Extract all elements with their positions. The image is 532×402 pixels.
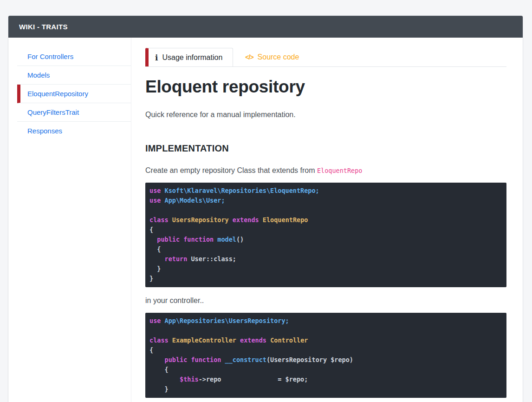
sidebar-nav: For ControllersModelsEloquentRepositoryQ… bbox=[8, 38, 131, 402]
code-line: { bbox=[149, 365, 501, 375]
code-token bbox=[149, 236, 157, 243]
card-header: WIKI - TRAITS bbox=[8, 16, 523, 38]
card-body: For ControllersModelsEloquentRepositoryQ… bbox=[8, 38, 523, 402]
code-token: } bbox=[149, 265, 161, 272]
code-line bbox=[149, 205, 501, 215]
sidebar-item-for-controllers[interactable]: For Controllers bbox=[17, 47, 131, 66]
code-token: ->repo = $repo; bbox=[199, 376, 308, 383]
code-line: class ExampleController extends Controll… bbox=[149, 336, 501, 345]
intro-text: Create an empty repository Class that ex… bbox=[145, 166, 317, 174]
code-token: use bbox=[149, 317, 165, 324]
code-line bbox=[149, 326, 501, 336]
tab-usage-label: Usage information bbox=[162, 53, 222, 62]
code-token: UsersRepository bbox=[172, 216, 233, 224]
tab-nav: i Usage information </> Source code bbox=[145, 48, 506, 67]
page-subtitle: Quick reference for a manual implementat… bbox=[145, 111, 506, 119]
code-token: (UsersRepository $repo) bbox=[266, 356, 353, 363]
tab-usage-information[interactable]: i Usage information bbox=[145, 48, 233, 66]
code-line: } bbox=[149, 274, 501, 283]
code-token: public function bbox=[157, 236, 217, 243]
sidebar-item-models[interactable]: Models bbox=[17, 66, 131, 85]
code-line: use App\Repositories\UsersRepository; bbox=[149, 316, 501, 326]
code-token: { bbox=[149, 226, 153, 233]
code-token: { bbox=[149, 245, 161, 253]
page-title: Eloquent repository bbox=[145, 77, 506, 97]
code-token: return bbox=[165, 255, 191, 263]
code-token: } bbox=[149, 385, 169, 393]
code-token: use bbox=[149, 197, 165, 204]
code-token: ExampleController bbox=[172, 336, 240, 344]
code-token: __construct bbox=[225, 356, 266, 363]
sidebar-item-eloquentrepository[interactable]: EloquentRepository bbox=[17, 85, 131, 103]
code-line: { bbox=[149, 244, 501, 254]
code-token: { bbox=[149, 366, 169, 373]
code-token: { bbox=[149, 346, 153, 354]
code-line: } bbox=[149, 264, 501, 274]
code-token bbox=[149, 356, 165, 363]
controller-paragraph: in your controller.. bbox=[145, 297, 506, 305]
code-line: } bbox=[149, 384, 501, 394]
code-token: Ksoft\Klaravel\Repositories\EloquentRepo… bbox=[165, 187, 319, 194]
section-heading-implementation: IMPLEMENTATION bbox=[145, 143, 506, 154]
code-token: public function bbox=[165, 356, 225, 363]
inline-code-eloquentrepo: EloquentRepo bbox=[317, 167, 363, 174]
code-token: extends bbox=[233, 216, 263, 224]
code-line: { bbox=[149, 345, 501, 355]
code-block-controller: use App\Repositories\UsersRepository; cl… bbox=[145, 313, 506, 398]
code-token: } bbox=[149, 275, 153, 282]
code-token: App\Repositories\UsersRepository; bbox=[165, 317, 289, 324]
code-line: use App\Models\User; bbox=[149, 196, 501, 205]
main-content: i Usage information </> Source code Eloq… bbox=[131, 38, 523, 402]
code-token: EloquentRepo bbox=[263, 216, 308, 224]
tab-source-code[interactable]: </> Source code bbox=[233, 48, 311, 66]
code-block-repository-class: use Ksoft\Klaravel\Repositories\Eloquent… bbox=[145, 183, 506, 287]
code-line: { bbox=[149, 225, 501, 235]
wiki-card: WIKI - TRAITS For ControllersModelsEloqu… bbox=[8, 15, 523, 402]
code-token: $this bbox=[180, 376, 199, 383]
code-line: $this->repo = $repo; bbox=[149, 375, 501, 384]
code-line: public function __construct(UsersReposit… bbox=[149, 355, 501, 365]
code-token: model bbox=[217, 236, 236, 243]
code-line: class UsersRepository extends EloquentRe… bbox=[149, 215, 501, 225]
info-icon: i bbox=[155, 53, 158, 62]
sidebar-item-queryfilterstrait[interactable]: QueryFiltersTrait bbox=[17, 103, 131, 122]
code-token bbox=[149, 376, 180, 383]
code-token: Controller bbox=[270, 336, 308, 344]
code-line: return User::class; bbox=[149, 254, 501, 264]
code-token: App\Models\User; bbox=[165, 197, 225, 204]
code-token: class bbox=[149, 336, 172, 344]
code-line: public function model() bbox=[149, 235, 501, 244]
tab-source-label: Source code bbox=[258, 53, 299, 61]
code-token: () bbox=[236, 236, 244, 243]
code-token bbox=[149, 255, 165, 263]
code-icon: </> bbox=[245, 53, 253, 61]
intro-paragraph: Create an empty repository Class that ex… bbox=[145, 166, 506, 175]
code-token: User::class; bbox=[191, 255, 236, 263]
app-title: WIKI - TRAITS bbox=[19, 23, 68, 31]
code-token: class bbox=[149, 216, 172, 224]
code-token: extends bbox=[240, 336, 270, 344]
code-line: use Ksoft\Klaravel\Repositories\Eloquent… bbox=[149, 186, 501, 196]
code-token: use bbox=[149, 187, 165, 194]
sidebar-item-responses[interactable]: Responses bbox=[17, 122, 131, 140]
